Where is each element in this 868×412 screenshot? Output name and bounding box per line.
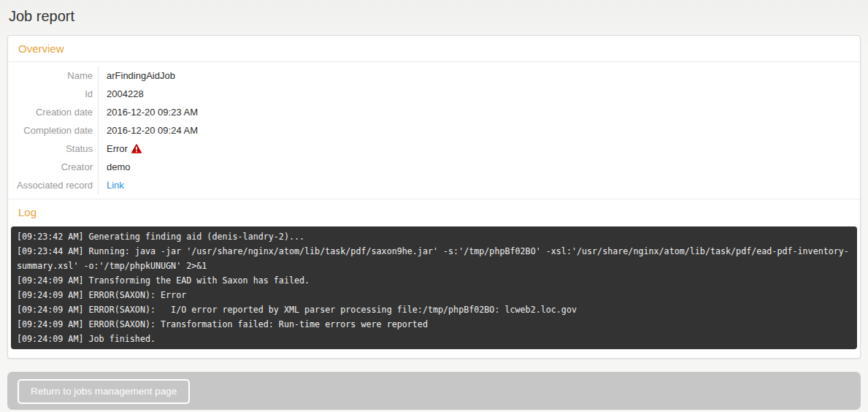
table-row-status: Status Error	[8, 140, 860, 158]
page-title: Job report	[9, 7, 861, 25]
table-row-name: Name arFindingAidJob	[8, 66, 860, 85]
field-value: arFindingAidJob	[99, 66, 175, 85]
log-line: [09:24:09 AM] ERROR(SAXON): Transformati…	[17, 317, 851, 332]
job-log-console: [09:23:42 AM] Generating finding aid (de…	[11, 226, 857, 349]
log-line: [09:24:09 AM] ERROR(SAXON): I/O error re…	[17, 302, 851, 317]
field-label: Completion date	[8, 121, 99, 140]
return-to-jobs-button[interactable]: Return to jobs management page	[18, 379, 190, 404]
field-value: 2016-12-20 09:23 AM	[99, 103, 198, 121]
status-value: Error	[99, 140, 142, 158]
field-value: Link	[99, 176, 124, 194]
associated-record-link[interactable]: Link	[107, 180, 124, 191]
field-label: Associated record	[8, 176, 99, 194]
overview-table: Name arFindingAidJob Id 2004228 Creation…	[8, 62, 860, 199]
status-text: Error	[107, 143, 128, 154]
warning-icon	[131, 141, 142, 159]
actions-bar: Return to jobs management page	[7, 372, 861, 410]
job-report-panel: Overview Name arFindingAidJob Id 2004228…	[7, 35, 861, 359]
table-row-creator: Creator demo	[8, 158, 860, 176]
table-row-completion-date: Completion date 2016-12-20 09:24 AM	[8, 121, 860, 140]
log-line: [09:23:42 AM] Generating finding aid (de…	[17, 229, 851, 244]
table-row-associated-record: Associated record Link	[8, 176, 860, 194]
job-report-page: Job report Overview Name arFindingAidJob…	[0, 7, 868, 410]
overview-section-heading: Overview	[8, 36, 860, 62]
field-label: Creator	[8, 158, 99, 176]
field-value: demo	[99, 158, 131, 176]
field-label: Id	[8, 85, 99, 103]
field-value: 2004228	[99, 85, 144, 103]
table-row-id: Id 2004228	[8, 85, 860, 103]
log-line: [09:24:09 AM] ERROR(SAXON): Error	[17, 288, 851, 302]
log-line: [09:24:09 AM] Job finished.	[17, 332, 851, 346]
log-line: [09:24:09 AM] Transforming the EAD with …	[17, 273, 851, 288]
log-line: [09:23:44 AM] Running: java -jar '/usr/s…	[17, 244, 851, 273]
field-value: 2016-12-20 09:24 AM	[99, 121, 198, 140]
table-row-creation-date: Creation date 2016-12-20 09:23 AM	[8, 103, 860, 121]
field-label: Name	[8, 66, 99, 85]
field-label: Creation date	[8, 103, 99, 121]
field-label: Status	[8, 140, 99, 158]
log-section-heading: Log	[8, 199, 860, 225]
